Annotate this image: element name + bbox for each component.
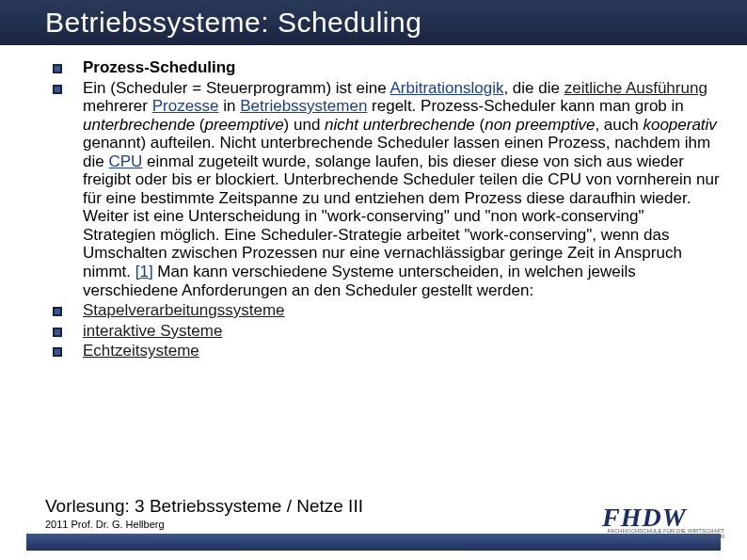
- bullet-icon: [53, 85, 62, 94]
- fhdw-logo: FHDW FACHHOCHSCHULE FÜR DIE WIRTSCHAFT H…: [602, 498, 724, 537]
- link-ref-1[interactable]: [1]: [135, 263, 153, 280]
- bullet-row: interaktive Systeme: [53, 322, 721, 341]
- svg-rect-3: [55, 87, 60, 92]
- bullet-icon: [53, 328, 62, 337]
- svg-rect-1: [55, 66, 60, 72]
- bullet-icon: [53, 307, 62, 316]
- link-zeitliche-ausfuehrung[interactable]: zeitliche Ausführung: [564, 79, 707, 97]
- link-prozesse[interactable]: Prozesse: [152, 97, 219, 115]
- svg-rect-7: [55, 329, 60, 335]
- svg-rect-5: [55, 309, 60, 314]
- link-stapelverarbeitungssysteme[interactable]: Stapelverarbeitungssysteme: [83, 301, 285, 319]
- content-area: Prozess-Scheduling Ein (Scheduler = Steu…: [0, 45, 747, 360]
- svg-rect-9: [55, 349, 60, 355]
- link-arbitrationslogik[interactable]: Arbitrationslogik: [389, 79, 503, 97]
- bullet-row: Stapelverarbeitungssysteme: [53, 301, 721, 320]
- bullet-text: Prozess-Scheduling: [83, 58, 235, 76]
- logo-subtext: FACHHOCHSCHULE FÜR DIE WIRTSCHAFT HANNOV…: [607, 528, 724, 539]
- bullet-icon: [53, 347, 62, 357]
- link-cpu[interactable]: CPU: [108, 152, 142, 170]
- link-interaktive-systeme[interactable]: interaktive Systeme: [83, 322, 222, 340]
- bullet-row: Prozess-Scheduling: [53, 58, 721, 77]
- bullet-row: Echtzeitsysteme: [53, 342, 721, 360]
- slide-title: Betriebssysteme: Scheduling: [45, 7, 421, 39]
- link-echtzeitsysteme[interactable]: Echtzeitsysteme: [83, 342, 199, 360]
- link-betriebssystemen[interactable]: Betriebssystemen: [240, 97, 367, 115]
- title-bar: Betriebssysteme: Scheduling: [0, 0, 747, 45]
- bullet-text: Ein (Scheduler = Steuerprogramm) ist ein…: [83, 79, 720, 299]
- bullet-icon: [53, 64, 62, 73]
- bullet-row: Ein (Scheduler = Steuerprogramm) ist ein…: [53, 79, 721, 300]
